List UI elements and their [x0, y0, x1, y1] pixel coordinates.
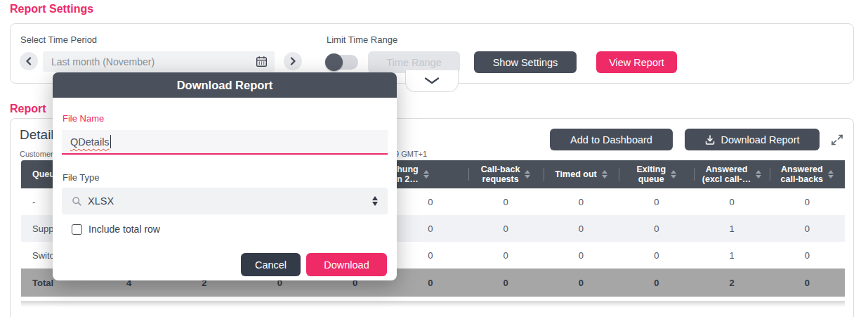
file-type-select[interactable]: XLSX	[62, 188, 388, 214]
table-cell: 0	[544, 215, 619, 242]
page-title: Report Settings	[10, 3, 93, 15]
cancel-button[interactable]: Cancel	[241, 253, 301, 276]
chevron-down-icon	[424, 77, 440, 84]
download-report-modal: Download Report File Name QDetails File …	[53, 72, 397, 280]
table-cell: 1	[694, 242, 769, 269]
add-to-dashboard-button[interactable]: Add to Dashboard	[550, 129, 673, 150]
sort-icon[interactable]	[602, 170, 607, 179]
table-header-label: Answered(excl call-…	[702, 164, 751, 185]
modal-buttons: Cancel Download	[241, 253, 387, 276]
table-cell: 0	[468, 215, 544, 242]
table-cell: 0	[544, 188, 619, 215]
table-cell: 0	[770, 269, 845, 297]
table-cell: 0	[544, 242, 619, 269]
table-header-cell[interactable]: Answeredcall-backs	[770, 160, 845, 188]
table-header-cell[interactable]: Answered(excl call-…	[694, 160, 769, 188]
table-header-cell[interactable]: Call-backrequests	[468, 160, 544, 188]
table-cell: 0	[694, 188, 769, 215]
table-cell: 0	[770, 242, 845, 269]
table-cell: 0	[468, 188, 544, 215]
table-cell: 0	[393, 269, 468, 297]
file-type-label: File Type	[63, 172, 100, 183]
download-icon	[704, 134, 716, 145]
table-cell: 0	[770, 215, 845, 242]
table-cell: 0	[468, 269, 544, 297]
table-shadow	[21, 301, 845, 307]
include-total-label: Include total row	[88, 224, 160, 235]
view-report-button[interactable]: View Report	[596, 51, 677, 73]
download-button[interactable]: Download	[306, 253, 387, 276]
limit-time-range-label: Limit Time Range	[327, 34, 397, 45]
sort-icon[interactable]	[671, 170, 676, 179]
table-cell: 0	[619, 269, 694, 297]
table-cell: 0	[393, 242, 468, 269]
table-cell: 0	[619, 215, 694, 242]
calendar-icon	[256, 56, 268, 67]
text-caret	[110, 135, 112, 148]
table-cell: 2	[694, 269, 769, 297]
file-type-value: XLSX	[88, 195, 114, 207]
download-report-button[interactable]: Download Report	[685, 129, 820, 150]
table-cell: 0	[393, 215, 468, 242]
time-period-value: Last month (November)	[51, 56, 154, 67]
table-cell: 0	[619, 242, 694, 269]
report-subtitle-right: 9 GMT+1	[395, 150, 427, 158]
modal-title: Download Report	[53, 72, 397, 98]
time-period-input[interactable]: Last month (November)	[43, 51, 275, 72]
limit-time-range-toggle[interactable]	[326, 55, 358, 70]
unfold-icon	[372, 196, 378, 206]
table-header-cell[interactable]: Timed out	[544, 160, 619, 188]
sort-icon[interactable]	[423, 170, 429, 179]
table-header-cell[interactable]: Exitingqueue	[619, 160, 694, 188]
table-header-label: Exitingqueue	[636, 164, 666, 185]
next-period-button[interactable]	[284, 52, 302, 70]
report-section-heading: Report	[10, 103, 46, 115]
table-cell: 0	[468, 242, 544, 269]
expand-icon[interactable]	[830, 133, 844, 147]
search-icon	[72, 196, 82, 207]
previous-period-button[interactable]	[20, 52, 38, 70]
sort-icon[interactable]	[828, 170, 834, 179]
chevron-left-icon	[25, 57, 32, 65]
chevron-right-icon	[289, 57, 296, 65]
time-period-label: Select Time Period	[20, 34, 97, 45]
show-settings-button[interactable]: Show Settings	[474, 51, 577, 73]
table-header-label: Answeredcall-backs	[781, 164, 823, 185]
toggle-knob-icon	[325, 53, 343, 71]
table-cell: 0	[393, 188, 468, 215]
table-header-label: Call-backrequests	[481, 164, 520, 185]
download-report-button-label: Download Report	[721, 134, 799, 145]
file-name-value: QDetails	[70, 136, 110, 148]
table-cell: 0	[770, 188, 845, 215]
file-name-label: File Name	[63, 113, 104, 124]
sort-icon[interactable]	[756, 170, 761, 179]
file-name-input[interactable]: QDetails	[62, 130, 388, 155]
sort-icon[interactable]	[525, 170, 530, 179]
table-cell: 0	[544, 269, 619, 297]
collapse-settings-tab[interactable]	[405, 70, 459, 92]
include-total-checkbox[interactable]	[72, 224, 82, 235]
table-header-label: Timed out	[555, 169, 597, 179]
table-header-label: hungn 2…	[397, 164, 419, 185]
table-cell: 0	[619, 188, 694, 215]
include-total-row-option[interactable]: Include total row	[72, 224, 160, 235]
table-header-cell[interactable]: hungn 2…	[393, 160, 468, 188]
report-subtitle-left: Customer	[20, 150, 53, 158]
table-cell: 1	[694, 215, 769, 242]
